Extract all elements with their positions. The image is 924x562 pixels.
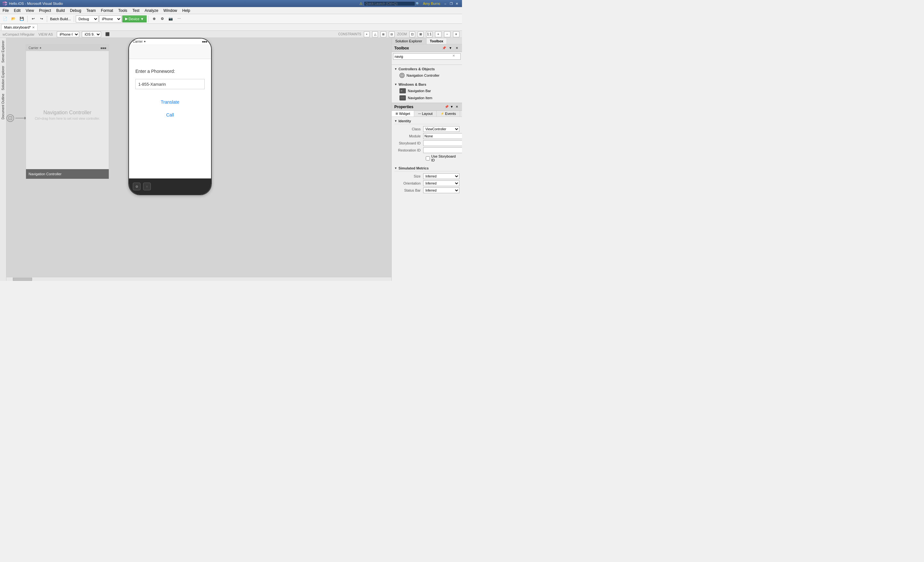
toolbox-settings-btn[interactable]: ▼ bbox=[448, 45, 453, 51]
menu-view[interactable]: View bbox=[23, 7, 37, 14]
canvas-scrollbar-h[interactable] bbox=[6, 277, 392, 281]
configure-btn[interactable]: ⚙ bbox=[159, 15, 166, 23]
solution-explorer-panel-tab[interactable]: Solution Explorer bbox=[392, 38, 426, 44]
toolbox-close-btn[interactable]: ✕ bbox=[454, 45, 459, 51]
toolbox-nav-bar-item[interactable]: Navigation Bar bbox=[394, 87, 459, 95]
constraints-btn-1[interactable]: + bbox=[364, 32, 370, 37]
call-btn[interactable]: Call bbox=[135, 110, 205, 120]
tab-close-btn[interactable]: ✕ bbox=[32, 26, 34, 29]
list-view-btn[interactable]: ≡ bbox=[453, 32, 459, 37]
toolbox-panel-tab[interactable]: Toolbox bbox=[426, 38, 447, 44]
simulated-metrics-header[interactable]: ▼ Simulated Metrics bbox=[394, 165, 459, 171]
use-storyboard-checkbox[interactable] bbox=[426, 156, 430, 161]
open-btn[interactable]: 📂 bbox=[10, 15, 17, 23]
menu-help[interactable]: Help bbox=[180, 7, 193, 14]
menu-project[interactable]: Project bbox=[37, 7, 54, 14]
status-bar-select[interactable]: Inferred bbox=[423, 188, 459, 193]
more-btn[interactable]: ⋯ bbox=[175, 15, 183, 23]
device-dropdown[interactable]: iPhone 6 bbox=[57, 32, 79, 37]
class-select[interactable]: ViewController bbox=[423, 126, 459, 132]
nav-bar-icon bbox=[399, 88, 406, 93]
platform-dropdown[interactable]: iPhone iPad bbox=[99, 15, 122, 23]
identity-section-header[interactable]: ▼ Identity bbox=[394, 118, 459, 124]
zoom-in-btn[interactable]: + bbox=[435, 32, 441, 37]
view-controller-scene[interactable]: Carrier ✦ ■■■ Enter a Phoneword: Transla… bbox=[128, 38, 212, 198]
zoom-fit-btn[interactable]: ⊡ bbox=[410, 32, 415, 37]
constraints-btn-3[interactable]: ⊞ bbox=[381, 32, 386, 37]
orientation-label: Orientation bbox=[394, 181, 423, 185]
batch-build-btn[interactable]: Batch Build... bbox=[49, 15, 72, 23]
server-explorer-tab[interactable]: Server Explorer bbox=[1, 39, 6, 64]
toolbox-search-clear[interactable]: ✕ bbox=[452, 54, 455, 57]
simulated-metrics-title: Simulated Metrics bbox=[399, 166, 429, 170]
canvas-area: Carrier ✦ ■■■ Navigation Controller Ctrl… bbox=[6, 38, 392, 281]
solution-explorer-tab[interactable]: Solution Explorer bbox=[1, 65, 6, 92]
menu-analyze[interactable]: Analyze bbox=[142, 7, 161, 14]
orientation-btn[interactable]: ⬛ bbox=[104, 30, 111, 38]
properties-settings-btn[interactable]: ▼ bbox=[449, 104, 454, 110]
orientation-select[interactable]: Inferred bbox=[423, 180, 459, 186]
menu-file[interactable]: File bbox=[0, 7, 11, 14]
nav-controller-statusbar: Carrier ✦ ■■■ bbox=[26, 45, 109, 51]
toolbox-nav-controller-item[interactable]: Navigation Controller bbox=[394, 72, 459, 79]
windows-bars-section-header[interactable]: ▼ Windows & Bars bbox=[394, 81, 459, 87]
controllers-section-header[interactable]: ▼ Controllers & Objects bbox=[394, 66, 459, 72]
module-input[interactable] bbox=[423, 133, 462, 139]
menu-team[interactable]: Team bbox=[84, 7, 98, 14]
toolbox-header: Toolbox 📌 ▼ ✕ bbox=[392, 44, 462, 52]
menu-debug[interactable]: Debug bbox=[68, 7, 84, 14]
quick-launch-input[interactable] bbox=[364, 1, 415, 6]
nav-controller-toolbox-label: Navigation Controller bbox=[406, 74, 440, 77]
storyboard-id-input[interactable] bbox=[423, 140, 462, 146]
debug-config-dropdown[interactable]: Debug Release bbox=[76, 15, 99, 23]
menu-tools[interactable]: Tools bbox=[116, 7, 130, 14]
play-btn[interactable]: ▶ Device ▼ bbox=[122, 15, 147, 23]
widget-tab[interactable]: ⊞ Widget bbox=[392, 111, 414, 117]
restoration-id-input[interactable] bbox=[423, 147, 462, 153]
menu-format[interactable]: Format bbox=[99, 7, 116, 14]
menu-test[interactable]: Test bbox=[130, 7, 142, 14]
search-launch-btn[interactable]: 🔍 bbox=[415, 1, 420, 6]
new-project-btn[interactable]: 📄 bbox=[1, 15, 9, 23]
menu-window[interactable]: Window bbox=[161, 7, 180, 14]
constraints-btn-4[interactable]: ⊟ bbox=[389, 32, 394, 37]
redo-btn[interactable]: ↪ bbox=[38, 15, 45, 23]
restore-btn[interactable]: ❐ bbox=[448, 1, 454, 6]
simulated-metrics-section: ▼ Simulated Metrics Size Inferred Orient… bbox=[392, 164, 462, 195]
nav-controller-scene[interactable]: Carrier ✦ ■■■ Navigation Controller Ctrl… bbox=[26, 44, 109, 192]
menu-bar: File Edit View Project Build Debug Team … bbox=[0, 7, 462, 14]
save-btn[interactable]: 💾 bbox=[18, 15, 26, 23]
undo-btn[interactable]: ↩ bbox=[29, 15, 37, 23]
zoom-out-btn[interactable]: − bbox=[444, 32, 450, 37]
scrollbar-thumb-h[interactable] bbox=[13, 278, 32, 281]
iphone-carrier: Carrier ✦ bbox=[133, 40, 146, 43]
layout-tab[interactable]: — Layout bbox=[414, 111, 436, 117]
close-btn[interactable]: ✕ bbox=[454, 1, 459, 6]
ios-version-dropdown[interactable]: iOS 9.2 bbox=[82, 32, 101, 37]
toolbox-search-input[interactable] bbox=[393, 53, 461, 60]
windows-bars-arrow-icon: ▼ bbox=[394, 83, 397, 86]
toolbox-windows-bars-section: ▼ Windows & Bars Navigation Bar bbox=[392, 80, 462, 103]
toolbox-nav-item-item[interactable]: Navigation Item bbox=[394, 95, 459, 101]
constraints-label: CONSTRAINTS bbox=[338, 32, 361, 36]
toolbox-pin-btn[interactable]: 📌 bbox=[441, 45, 447, 51]
document-outline-tab[interactable]: Document Outline bbox=[1, 92, 6, 121]
zoom-fill-btn[interactable]: ⊠ bbox=[418, 32, 423, 37]
properties-close-btn[interactable]: ✕ bbox=[454, 104, 459, 110]
phoneword-input[interactable] bbox=[135, 79, 205, 89]
zoom-actual-btn[interactable]: 1:1 bbox=[426, 32, 432, 37]
events-tab[interactable]: ⚡ Events bbox=[436, 111, 460, 117]
constraints-btn-2[interactable]: △ bbox=[372, 32, 378, 37]
entry-point-arrow bbox=[6, 114, 28, 122]
screenshot-btn[interactable]: 📷 bbox=[167, 15, 174, 23]
size-select[interactable]: Inferred bbox=[423, 173, 459, 179]
translate-btn[interactable]: Translate bbox=[135, 97, 205, 107]
target-btn[interactable]: ⊕ bbox=[150, 15, 158, 23]
properties-pin-btn[interactable]: 📌 bbox=[444, 104, 449, 110]
menu-edit[interactable]: Edit bbox=[11, 7, 23, 14]
storyboard-tab[interactable]: Main.storyboard* ✕ bbox=[1, 24, 38, 30]
tab-label: Main.storyboard* bbox=[4, 26, 31, 29]
menu-build[interactable]: Build bbox=[54, 7, 68, 14]
minimize-btn[interactable]: – bbox=[443, 1, 448, 6]
separator-2 bbox=[47, 16, 47, 22]
